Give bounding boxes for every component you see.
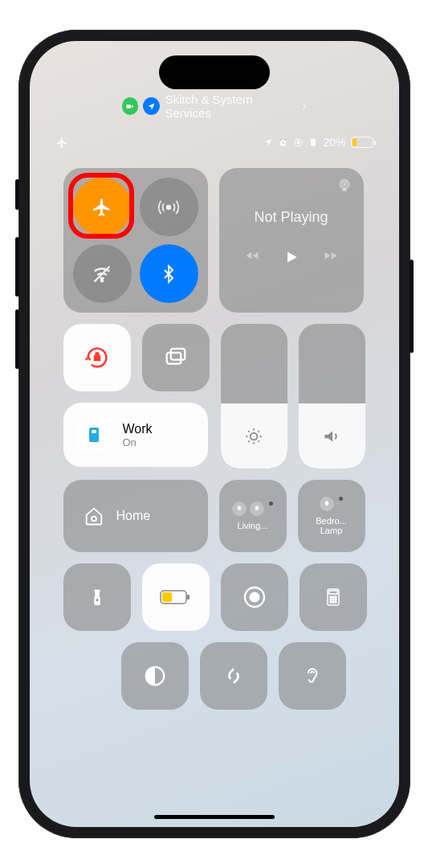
connectivity-tile[interactable] [63,168,208,313]
dark-mode-toggle[interactable] [121,642,189,710]
homekit-accessory-2[interactable]: Bedro... Lamp [298,480,365,552]
svg-point-21 [250,593,259,602]
airplane-status-icon [55,136,68,149]
wifi-toggle[interactable] [73,244,132,303]
mute-switch [15,179,19,210]
bulb-icon [232,502,247,516]
svg-rect-23 [329,591,337,594]
svg-rect-11 [170,349,185,360]
battery-percentage: 20% [323,136,345,149]
alarm-status-icon [278,137,288,148]
svg-point-16 [96,599,98,601]
svg-point-4 [167,205,171,209]
orientation-lock-status-icon [293,137,304,148]
status-dot-icon [339,497,343,501]
flashlight-button[interactable] [63,563,131,631]
play-icon[interactable] [283,248,300,266]
power-button [410,260,414,353]
bulb-icon [250,502,264,516]
svg-point-28 [332,599,334,600]
focus-tile[interactable]: Work On [63,403,208,467]
svg-rect-0 [127,104,132,108]
location-in-use-icon [143,97,160,115]
svg-point-30 [330,601,332,603]
low-power-mode-toggle[interactable] [142,563,210,631]
bluetooth-toggle[interactable] [140,244,198,303]
homekit-sublabel: Lamp [320,526,343,535]
location-status-icon [263,137,273,147]
airplane-mode-toggle[interactable] [73,178,132,236]
media-tile[interactable]: Not Playing [219,168,364,313]
svg-point-27 [330,599,332,600]
svg-point-15 [92,517,96,522]
shortcut-status-icon [308,137,318,148]
svg-rect-13 [92,430,96,433]
svg-point-14 [251,432,258,440]
volume-icon [321,426,342,447]
homekit-label: Bedro... [316,516,347,526]
cellular-data-toggle[interactable] [140,178,198,236]
svg-point-26 [335,596,336,598]
brightness-icon [243,426,264,447]
home-indicator[interactable] [154,815,275,819]
svg-rect-19 [162,592,172,602]
svg-point-31 [332,601,334,603]
media-title: Not Playing [254,209,328,226]
status-bar: 20% [30,136,399,149]
svg-point-32 [335,601,336,603]
battery-icon [351,137,373,148]
camera-in-use-icon [122,97,139,115]
homekit-accessory-1[interactable]: Living... [219,480,287,552]
calculator-button[interactable] [300,563,367,631]
hearing-button[interactable] [279,642,346,710]
focus-badge-icon [75,416,113,454]
phone-frame: Skitch & System Services › 20 [18,30,410,838]
forward-icon[interactable] [322,248,340,266]
home-icon [83,505,105,527]
background-apps-pill[interactable]: Skitch & System Services › [122,92,307,120]
orientation-lock-toggle[interactable] [63,324,131,391]
control-center: Not Playing [63,168,365,710]
screen-mirroring-button[interactable] [142,324,210,391]
screen-record-button[interactable] [221,563,288,631]
svg-point-5 [101,280,103,281]
svg-rect-10 [166,353,181,364]
rewind-icon[interactable] [243,248,261,266]
svg-point-9 [344,184,345,186]
home-tile[interactable]: Home [63,480,208,552]
focus-name: Work [123,422,153,436]
svg-point-25 [332,596,334,598]
dynamic-island [159,55,270,89]
focus-state: On [123,436,153,448]
airplay-icon[interactable] [336,178,353,194]
svg-rect-12 [89,428,99,442]
bulb-icon [320,497,334,511]
screen: Skitch & System Services › 20 [30,41,399,827]
status-dot-icon [269,502,273,506]
homekit-label: Living... [238,521,268,530]
background-apps-label: Skitch & System Services [165,92,296,120]
volume-down-button [15,309,19,369]
svg-rect-18 [187,595,190,600]
svg-point-29 [335,599,336,600]
brightness-slider[interactable] [221,324,287,469]
shazam-button[interactable] [200,642,267,710]
home-label: Home [116,509,151,523]
svg-point-24 [330,596,332,598]
svg-rect-3 [311,139,316,146]
chevron-right-icon: › [302,99,306,113]
volume-slider[interactable] [299,324,365,469]
volume-up-button [15,237,19,297]
